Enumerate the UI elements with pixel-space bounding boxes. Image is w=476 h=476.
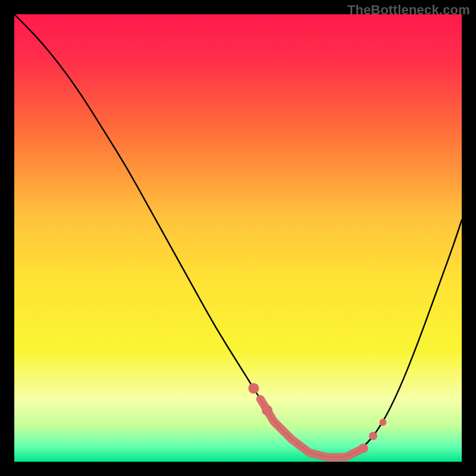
svg-point-3 xyxy=(359,443,368,453)
svg-point-1 xyxy=(248,383,259,394)
bottleneck-plot xyxy=(14,14,462,462)
svg-rect-0 xyxy=(14,14,462,462)
watermark-text: TheBottleneck.com xyxy=(347,2,470,18)
svg-point-5 xyxy=(380,419,387,426)
chart-stage: TheBottleneck.com xyxy=(0,0,476,476)
plot-svg xyxy=(14,14,462,462)
svg-point-4 xyxy=(369,432,377,440)
svg-point-2 xyxy=(262,405,273,416)
